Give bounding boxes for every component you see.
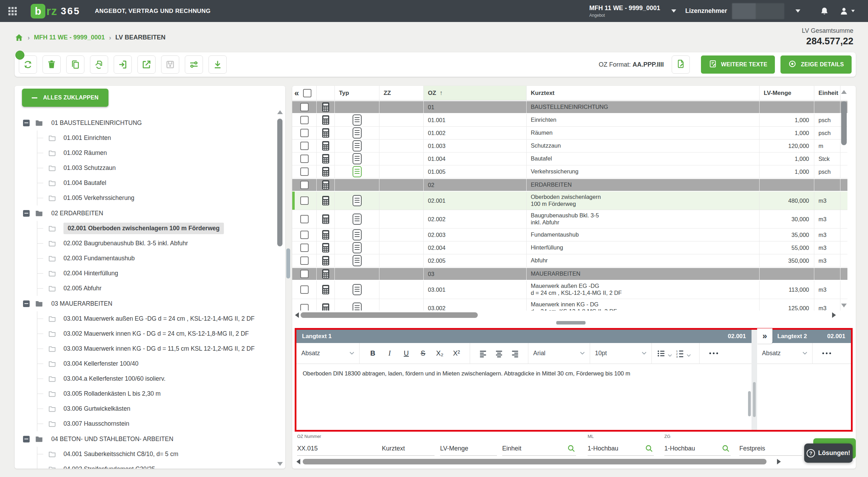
italic-button[interactable]: I [386,349,393,357]
kurztext-field[interactable]: Kurztext [382,434,435,456]
more-options-icon[interactable] [822,352,831,354]
tree-item[interactable]: 04.002 Streifenfundament C20/25 [37,462,273,469]
select-all-checkbox[interactable] [303,89,311,97]
row-checkbox[interactable] [300,270,309,278]
table-row[interactable]: 02.002Baugrubenaushub Bkl. 3-5 inkl. Abf… [292,210,847,229]
row-checkbox[interactable] [300,155,309,163]
tree-item[interactable]: 02.003 Fundamentaushub [37,251,273,266]
column-header-oz[interactable]: OZ↑ [424,86,527,100]
langtext2-editor[interactable] [757,364,851,430]
search-icon[interactable] [645,444,653,453]
calculator-icon[interactable] [322,243,330,253]
langtext1-scrollbar-thumb[interactable] [748,391,751,416]
breadcrumb-project-link[interactable]: MFH 11 WE - 9999_0001 [34,34,105,41]
settings-sliders-button[interactable] [185,55,203,74]
calculator-icon[interactable] [322,128,330,138]
open-external-button[interactable] [137,55,156,74]
project-selector[interactable]: MFH 11 WE - 9999_0001 Angebot [589,5,660,18]
calculator-icon[interactable] [322,180,330,190]
tree-group-row[interactable]: 04 BETON- UND STAHLBETON- ARBEITEN [15,431,273,447]
row-checkbox[interactable] [300,196,309,205]
row-checkbox[interactable] [300,304,309,311]
calculator-icon[interactable] [322,269,330,279]
tree-item[interactable]: 03.002 Mauerwerk innen KG - DG d = 24 cm… [37,326,273,341]
scroll-left-icon[interactable] [296,459,300,464]
tree-item[interactable]: 03.007 Hausschornstein [37,416,273,431]
sync-doc-button[interactable] [90,55,108,74]
ml-field[interactable]: ML1-Hochbau [588,434,654,456]
calculator-icon[interactable] [322,230,330,240]
collapse-toggle-icon[interactable] [23,120,30,126]
scroll-left-icon[interactable] [295,312,299,318]
scroll-down-icon[interactable] [277,462,283,466]
search-icon[interactable] [722,444,730,453]
chevron-down-icon[interactable] [851,10,855,12]
calculator-icon[interactable] [322,214,330,224]
langtext1-editor[interactable]: Oberboden DIN 18300 abtragen, laden, för… [296,364,752,430]
tree-item[interactable]: 01.003 Schutzzaun [37,161,273,176]
calculator-icon[interactable] [322,115,330,125]
table-row[interactable]: 02.003Fundamentaushub35,000m3 [292,229,847,241]
copy-button[interactable] [66,55,84,74]
table-row[interactable]: 01.002Räumen1,000psch [292,127,847,140]
licensee-selector[interactable] [732,3,784,19]
tree-item[interactable]: 02.004 Hinterfüllung [37,266,273,281]
tree-item[interactable]: 03.001 Mauerwerk außen EG -DG d = 24 cm … [37,311,273,326]
table-horizontal-scrollbar[interactable] [292,311,840,320]
table-row[interactable]: 01.001Einrichten1,000psch [292,114,847,127]
row-checkbox[interactable] [300,285,309,294]
festpreis-field[interactable]: Festpreis [739,434,802,456]
collapse-toggle-icon[interactable] [23,436,30,442]
lv-menge-field[interactable]: LV-Menge [440,434,497,456]
tree-item[interactable]: 01.004 Bautafel [37,176,273,191]
table-row[interactable]: 01.003Schutzzaun120,000m [292,140,847,152]
column-header-lv-menge[interactable]: LV-Menge [760,86,814,100]
calculator-icon[interactable] [322,303,330,311]
strikethrough-button[interactable]: S [419,349,427,357]
tree-item[interactable]: 04.001 Sauberkeitsschicht C8/10, d= 5 cm [37,447,273,462]
collapse-columns-icon[interactable]: « [294,89,299,97]
table-group-row[interactable]: 03MAUERARBEITEN [292,267,847,281]
tree-item[interactable]: 01.001 Einrichten [37,131,273,146]
tree-item[interactable]: 02.002 Baugrubenaushub Bkl. 3-5 inkl. Ab… [37,236,273,251]
import-button[interactable] [114,55,132,74]
chevron-down-icon[interactable] [671,9,676,13]
tree-item[interactable]: 01.002 Räumen [37,146,273,161]
column-header-einheit[interactable]: Einheit [814,86,840,100]
tree-item[interactable]: 03.006 Gurtwickelkästen [37,401,273,416]
table-row[interactable]: 01.005Verkehrssicherung1,000psch [292,165,847,178]
tree-item[interactable]: 03.004 Kellerfenster 100/40 [37,356,273,371]
table-group-row[interactable]: 02ERDARBEITEN [292,178,847,192]
scroll-right-icon[interactable] [832,312,836,318]
column-header-calc[interactable] [317,86,335,100]
row-checkbox[interactable] [300,142,309,150]
row-checkbox[interactable] [300,256,309,265]
tree-scrollbar-thumb[interactable] [277,119,282,246]
einheit-field[interactable]: Einheit [502,434,576,456]
table-row[interactable]: 02.001Oberboden zwischenlagern 100 m För… [292,192,847,210]
search-icon[interactable] [567,444,575,453]
apps-grid-icon[interactable] [8,7,17,15]
paragraph-style-select[interactable]: Absatz [301,350,354,357]
tree-item[interactable]: 03.005 Rolladenkästen L bis 2,30 m [37,386,273,401]
subscript-button[interactable]: X₂ [436,349,444,357]
tree-item-selected[interactable]: 02.001 Oberboden zwischenlagern 100 m Fö… [37,221,273,236]
scroll-up-icon[interactable] [277,110,283,114]
zg-field[interactable]: ZG1-Hochbau [664,434,731,456]
chevron-down-icon[interactable] [795,9,800,13]
font-size-select[interactable]: 10pt [595,350,647,357]
bold-button[interactable]: B [369,349,377,357]
column-header-zz[interactable]: ZZ [379,86,424,100]
font-family-select[interactable]: Arial [533,350,585,357]
scroll-up-icon[interactable] [841,90,847,94]
zeige-details-button[interactable]: ZEIGE DETAILS [780,55,852,74]
bottom-hscrollbar-thumb[interactable] [303,459,767,464]
bottom-horizontal-scrollbar[interactable] [292,457,856,466]
row-checkbox[interactable] [300,129,309,137]
row-checkbox[interactable] [300,215,309,223]
tree-group-row[interactable]: 02 ERDARBEITEN [15,206,273,221]
bell-icon[interactable] [820,7,829,16]
expand-panel-icon[interactable]: » [757,328,772,344]
edit-oz-format-button[interactable] [672,55,690,74]
calculator-icon[interactable] [322,166,330,177]
